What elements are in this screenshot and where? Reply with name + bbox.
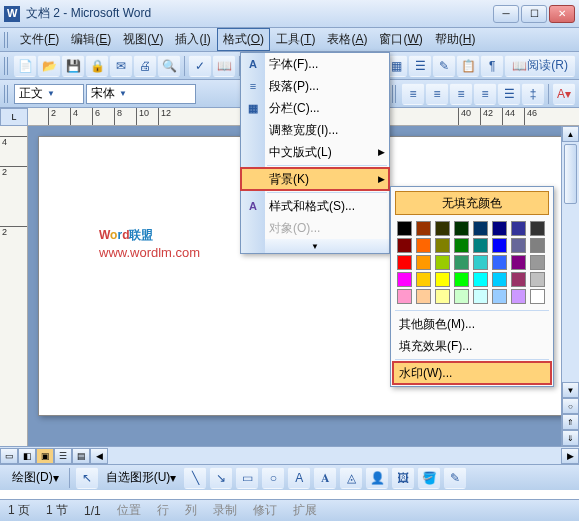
toolbar-grip[interactable] (4, 85, 10, 103)
mail-button[interactable]: ✉ (110, 55, 132, 77)
color-swatch[interactable] (511, 221, 526, 236)
align-right-button[interactable]: ≡ (450, 83, 472, 105)
textbox-button[interactable]: A (288, 467, 310, 489)
menu-window[interactable]: 窗口(W) (373, 28, 428, 51)
more-colors-button[interactable]: 其他颜色(M)... (393, 313, 551, 335)
color-swatch[interactable] (397, 221, 412, 236)
toolbar-grip[interactable] (4, 32, 10, 48)
menu-format[interactable]: 格式(O) (217, 28, 270, 51)
color-swatch[interactable] (454, 221, 469, 236)
menu-font[interactable]: A字体(F)... (241, 53, 389, 75)
color-swatch[interactable] (397, 289, 412, 304)
color-swatch[interactable] (416, 255, 431, 270)
menu-styles[interactable]: A样式和格式(S)... (241, 195, 389, 217)
read-button[interactable]: 📖 阅读(R) (505, 55, 575, 77)
color-swatch[interactable] (416, 221, 431, 236)
menu-edit[interactable]: 编辑(E) (65, 28, 117, 51)
line-color-button[interactable]: ✎ (444, 467, 466, 489)
open-button[interactable]: 📂 (38, 55, 60, 77)
menu-file[interactable]: 文件(F) (14, 28, 65, 51)
toolbar-grip[interactable] (4, 57, 10, 75)
outline-view-button[interactable]: ☰ (54, 448, 72, 464)
style-combo[interactable]: 正文▼ (14, 84, 84, 104)
align-center-button[interactable]: ≡ (426, 83, 448, 105)
vertical-scrollbar[interactable]: ▲ ▼ ○ ⇑ ⇓ (561, 126, 579, 446)
color-swatch[interactable] (530, 289, 545, 304)
print-button[interactable]: 🖨 (134, 55, 156, 77)
spell-button[interactable]: ✓ (189, 55, 211, 77)
minimize-button[interactable]: ─ (493, 5, 519, 23)
next-page-button[interactable]: ⇓ (562, 430, 579, 446)
autoshapes-menu[interactable]: 自选图形(U) ▾ (102, 468, 181, 488)
color-swatch[interactable] (454, 238, 469, 253)
color-swatch[interactable] (492, 238, 507, 253)
research-button[interactable]: 📖 (213, 55, 235, 77)
color-swatch[interactable] (530, 272, 545, 287)
rect-button[interactable]: ▭ (236, 467, 258, 489)
color-swatch[interactable] (454, 289, 469, 304)
clipart-button[interactable]: 👤 (366, 467, 388, 489)
color-swatch[interactable] (473, 238, 488, 253)
toolbar-grip[interactable] (392, 85, 398, 103)
browse-select-button[interactable]: ○ (562, 398, 579, 414)
color-swatch[interactable] (435, 255, 450, 270)
menu-chinese-layout[interactable]: 中文版式(L)▶ (241, 141, 389, 163)
menu-help[interactable]: 帮助(H) (429, 28, 482, 51)
color-swatch[interactable] (473, 221, 488, 236)
scroll-up-button[interactable]: ▲ (562, 126, 579, 142)
color-swatch[interactable] (435, 221, 450, 236)
color-swatch[interactable] (416, 289, 431, 304)
select-button[interactable]: ↖ (76, 467, 98, 489)
diagram-button[interactable]: ◬ (340, 467, 362, 489)
maximize-button[interactable]: ☐ (521, 5, 547, 23)
wordart-button[interactable]: 𝐀 (314, 467, 336, 489)
preview-button[interactable]: 🔍 (158, 55, 180, 77)
picture-button[interactable]: 🖼 (392, 467, 414, 489)
color-swatch[interactable] (473, 255, 488, 270)
horizontal-scrollbar[interactable]: ◀ ▶ (90, 448, 579, 464)
color-swatch[interactable] (492, 289, 507, 304)
drawing-button[interactable]: ✎ (433, 55, 455, 77)
color-swatch[interactable] (473, 272, 488, 287)
prev-page-button[interactable]: ⇑ (562, 414, 579, 430)
color-swatch[interactable] (454, 272, 469, 287)
justify-button[interactable]: ≡ (474, 83, 496, 105)
color-swatch[interactable] (511, 272, 526, 287)
distribute-button[interactable]: ☰ (498, 83, 520, 105)
menu-insert[interactable]: 插入(I) (169, 28, 216, 51)
color-swatch[interactable] (492, 255, 507, 270)
fill-effects-button[interactable]: 填充效果(F)... (393, 335, 551, 357)
menu-tools[interactable]: 工具(T) (270, 28, 321, 51)
color-swatch[interactable] (397, 255, 412, 270)
color-swatch[interactable] (435, 289, 450, 304)
color-swatch[interactable] (416, 272, 431, 287)
print-view-button[interactable]: ▣ (36, 448, 54, 464)
menu-adjust-width[interactable]: 调整宽度(I)... (241, 119, 389, 141)
color-swatch[interactable] (492, 272, 507, 287)
align-left-button[interactable]: ≡ (402, 83, 424, 105)
menu-background[interactable]: 背景(K)▶ (241, 168, 389, 190)
menu-paragraph[interactable]: ≡段落(P)... (241, 75, 389, 97)
scroll-thumb[interactable] (564, 144, 577, 204)
reading-view-button[interactable]: ▤ (72, 448, 90, 464)
line-button[interactable]: ╲ (184, 467, 206, 489)
oval-button[interactable]: ○ (262, 467, 284, 489)
arrow-button[interactable]: ↘ (210, 467, 232, 489)
map-button[interactable]: 📋 (457, 55, 479, 77)
permission-button[interactable]: 🔒 (86, 55, 108, 77)
color-swatch[interactable] (397, 238, 412, 253)
color-swatch[interactable] (511, 289, 526, 304)
menu-view[interactable]: 视图(V) (117, 28, 169, 51)
watermark-button[interactable]: 水印(W)... (393, 362, 551, 384)
new-button[interactable]: 📄 (14, 55, 36, 77)
draw-menu[interactable]: 绘图(D) ▾ (8, 468, 63, 488)
color-swatch[interactable] (416, 238, 431, 253)
color-swatch[interactable] (454, 255, 469, 270)
save-button[interactable]: 💾 (62, 55, 84, 77)
color-swatch[interactable] (435, 272, 450, 287)
web-view-button[interactable]: ◧ (18, 448, 36, 464)
menu-columns[interactable]: ▦分栏(C)... (241, 97, 389, 119)
color-swatch[interactable] (473, 289, 488, 304)
color-swatch[interactable] (492, 221, 507, 236)
scroll-down-button[interactable]: ▼ (562, 382, 579, 398)
